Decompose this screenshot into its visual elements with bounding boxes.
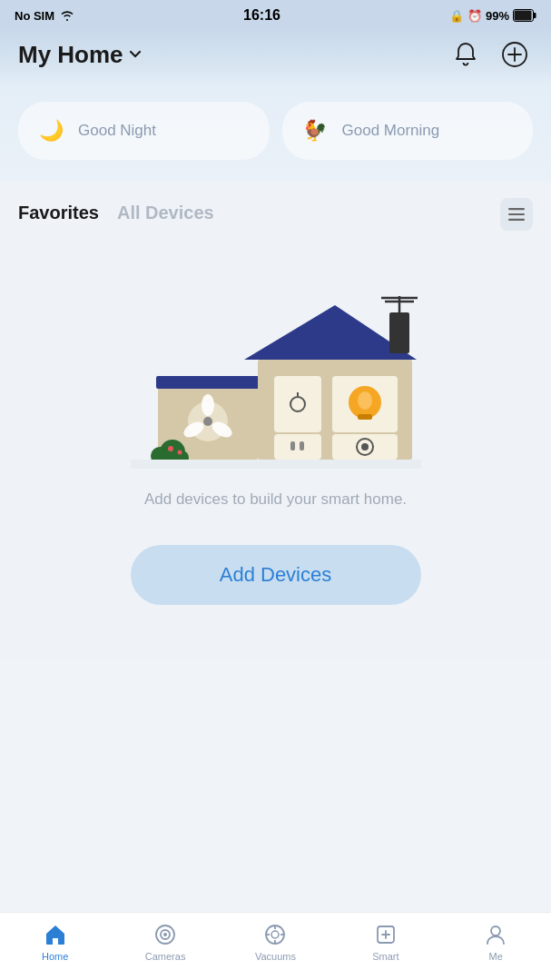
nav-cameras[interactable]: Cameras <box>138 922 192 962</box>
vacuums-nav-icon <box>262 922 288 947</box>
bottom-nav: Home Cameras Vacuums <box>0 912 551 980</box>
cameras-nav-icon <box>153 922 178 947</box>
nav-smart[interactable]: Smart <box>359 922 413 962</box>
good-night-label: Good Night <box>78 122 156 140</box>
svg-rect-20 <box>358 414 372 420</box>
good-morning-label: Good Morning <box>342 122 440 140</box>
svg-rect-4 <box>508 208 525 210</box>
status-time: 16:16 <box>243 7 280 24</box>
scene-section: 🌙 Good Night 🐓 Good Morning <box>0 87 551 182</box>
svg-rect-11 <box>389 312 409 353</box>
svg-point-27 <box>361 443 369 450</box>
status-left: No SIM <box>15 9 74 23</box>
empty-description: Add devices to build your smart home. <box>144 490 407 509</box>
smart-nav-icon <box>373 922 398 947</box>
nav-vacuums[interactable]: Vacuums <box>248 922 302 962</box>
svg-rect-22 <box>274 434 321 460</box>
svg-point-50 <box>271 931 279 938</box>
rooster-icon: 🐓 <box>299 114 331 147</box>
svg-rect-15 <box>274 376 321 432</box>
add-devices-button[interactable]: Add Devices <box>131 545 421 605</box>
nav-vacuums-label: Vacuums <box>255 951 296 962</box>
tabs-left: Favorites All Devices <box>18 203 214 227</box>
good-morning-button[interactable]: 🐓 Good Morning <box>282 102 534 160</box>
tabs-section: Favorites All Devices <box>0 182 551 242</box>
header: My Home <box>0 27 551 87</box>
svg-point-56 <box>491 926 500 935</box>
svg-point-32 <box>203 417 212 426</box>
nav-cameras-label: Cameras <box>145 951 186 962</box>
menu-button[interactable] <box>500 198 533 231</box>
svg-rect-2 <box>514 11 531 21</box>
svg-rect-24 <box>300 441 304 450</box>
moon-icon: 🌙 <box>34 114 67 147</box>
add-devices-label: Add Devices <box>220 563 332 587</box>
home-nav-icon <box>43 922 68 947</box>
dropdown-chevron-icon <box>129 50 142 59</box>
svg-point-44 <box>177 450 182 455</box>
lock-icon: 🔒 <box>449 9 464 23</box>
svg-point-29 <box>202 394 214 416</box>
carrier-label: No SIM <box>15 9 54 23</box>
alarm-icon: ⏰ <box>467 9 482 23</box>
nav-me-label: Me <box>489 951 503 962</box>
main-content: Add devices to build your smart home. Ad… <box>0 242 551 659</box>
header-icons <box>448 36 533 73</box>
home-title: My Home <box>18 41 123 69</box>
add-circle-icon <box>501 41 528 68</box>
svg-rect-5 <box>508 213 525 215</box>
status-right: 🔒 ⏰ 99% <box>449 9 536 23</box>
svg-rect-1 <box>533 13 536 18</box>
house-illustration <box>131 278 421 469</box>
svg-rect-23 <box>290 441 295 450</box>
header-title-group[interactable]: My Home <box>18 41 142 69</box>
status-bar: No SIM 16:16 🔒 ⏰ 99% <box>0 0 551 27</box>
svg-point-43 <box>168 446 173 451</box>
bell-icon <box>454 42 477 67</box>
nav-smart-label: Smart <box>372 951 398 962</box>
svg-point-21 <box>358 391 372 410</box>
nav-me[interactable]: Me <box>468 922 523 962</box>
nav-home[interactable]: Home <box>28 922 83 962</box>
battery-label: 99% <box>486 9 509 23</box>
tab-favorites[interactable]: Favorites <box>18 203 99 227</box>
wifi-icon <box>60 10 74 21</box>
tab-all-devices[interactable]: All Devices <box>117 203 214 227</box>
svg-rect-8 <box>156 376 260 389</box>
add-button[interactable] <box>497 36 533 73</box>
nav-home-label: Home <box>42 951 68 962</box>
notification-button[interactable] <box>448 36 484 73</box>
menu-lines-icon <box>508 208 525 221</box>
good-night-button[interactable]: 🌙 Good Night <box>18 102 270 160</box>
battery-icon <box>513 9 536 22</box>
svg-rect-45 <box>131 460 421 469</box>
svg-point-48 <box>163 933 167 936</box>
me-nav-icon <box>483 922 508 947</box>
svg-rect-6 <box>508 219 525 221</box>
